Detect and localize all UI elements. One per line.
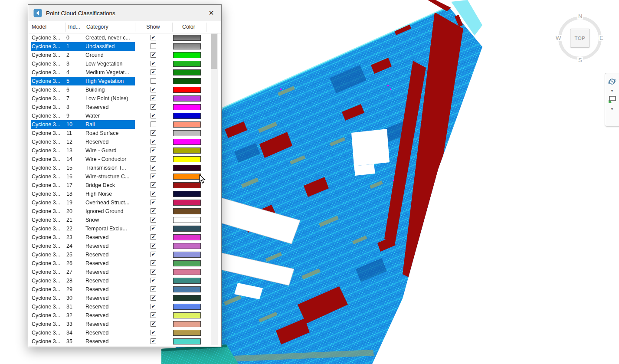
color-swatch[interactable] [173,286,201,292]
show-checkbox[interactable] [151,217,156,223]
row-main-cells[interactable]: Cyclone 3... 13 Wire - Guard [31,146,135,155]
row-main-cells[interactable]: Cyclone 3... 3 Low Vegetation [31,59,135,68]
column-header-show[interactable]: Show [135,21,171,33]
color-swatch[interactable] [173,321,201,327]
show-checkbox[interactable] [151,321,156,327]
classification-row[interactable]: Cyclone 3... 3 Low Vegetation [28,59,210,68]
row-main-cells[interactable]: Cyclone 3... 29 Reserved [31,285,135,294]
show-checkbox[interactable] [151,200,156,205]
show-checkbox[interactable] [151,338,156,344]
row-main-cells[interactable]: Cyclone 3... 16 Wire-structure C... [31,172,135,181]
row-main-cells[interactable]: Cyclone 3... 23 Reserved [31,233,135,242]
view-top-button[interactable]: TOP [570,29,590,48]
classification-row[interactable]: Cyclone 3... 1 Unclassified [28,42,210,51]
show-checkbox[interactable] [151,156,156,162]
color-swatch[interactable] [173,200,201,206]
show-checkbox[interactable] [151,243,156,249]
fit-view-dropdown[interactable]: ▼ [606,106,618,111]
color-swatch[interactable] [173,260,201,266]
row-main-cells[interactable]: Cyclone 3... 2 Ground [31,51,135,59]
color-swatch[interactable] [173,165,201,171]
row-main-cells[interactable]: Cyclone 3... 25 Reserved [31,250,135,259]
row-main-cells[interactable]: Cyclone 3... 1 Unclassified [31,42,135,51]
dialog-titlebar[interactable]: Point Cloud Classifications ✕ [28,5,221,21]
classification-row[interactable]: Cyclone 3... 31 Reserved [28,302,210,311]
color-swatch[interactable] [173,252,201,258]
color-swatch[interactable] [173,139,201,145]
classification-row[interactable]: Cyclone 3... 13 Wire - Guard [28,146,210,155]
classification-row[interactable]: Cyclone 3... 27 Reserved [28,268,210,276]
color-swatch[interactable] [173,35,201,41]
color-swatch[interactable] [173,208,201,214]
classification-row[interactable]: Cyclone 3... 30 Reserved [28,294,210,302]
color-swatch[interactable] [173,304,201,310]
show-checkbox[interactable] [151,191,156,197]
row-main-cells[interactable]: Cyclone 3... 19 Overhead Struct... [31,198,135,207]
color-swatch[interactable] [173,338,201,344]
color-swatch[interactable] [173,113,201,119]
show-checkbox[interactable] [151,295,156,301]
show-checkbox[interactable] [151,269,156,275]
show-checkbox[interactable] [151,87,156,92]
show-checkbox[interactable] [151,104,156,110]
color-swatch[interactable] [173,52,201,58]
color-swatch[interactable] [173,269,201,275]
row-main-cells[interactable]: Cyclone 3... 8 Reserved [31,103,135,111]
show-checkbox[interactable] [151,330,156,335]
classification-row[interactable]: Cyclone 3... 18 High Noise [28,190,210,198]
orbit-tool-dropdown[interactable]: ▼ [606,88,618,93]
row-main-cells[interactable]: Cyclone 3... 4 Medium Vegetat... [31,68,135,77]
classification-row[interactable]: Cyclone 3... 29 Reserved [28,285,210,294]
classification-row[interactable]: Cyclone 3... 17 Bridge Deck [28,181,210,190]
color-swatch[interactable] [173,174,201,180]
classification-row[interactable]: Cyclone 3... 12 Reserved [28,138,210,146]
column-header-index[interactable]: Ind... [68,21,80,33]
row-main-cells[interactable]: Cyclone 3... 7 Low Point (Noise) [31,94,135,103]
show-checkbox[interactable] [151,260,156,266]
show-checkbox[interactable] [151,226,156,231]
row-main-cells[interactable]: Cyclone 3... 27 Reserved [31,268,135,276]
row-main-cells[interactable]: Cyclone 3... 10 Rail [31,120,135,129]
column-header-category[interactable]: Category [86,21,108,33]
color-swatch[interactable] [173,95,201,102]
close-button[interactable]: ✕ [201,5,221,21]
color-swatch[interactable] [173,87,201,93]
row-main-cells[interactable]: Cyclone 3... 9 Water [31,111,135,120]
classification-row[interactable]: Cyclone 3... 4 Medium Vegetat... [28,68,210,77]
classification-row[interactable]: Cyclone 3... 21 Snow [28,216,210,224]
row-main-cells[interactable]: Cyclone 3... 5 High Vegetation [31,77,135,85]
row-main-cells[interactable]: Cyclone 3... 14 Wire - Conductor [31,155,135,164]
color-swatch[interactable] [173,43,201,49]
classification-row[interactable]: Cyclone 3... 33 Reserved [28,320,210,328]
color-swatch[interactable] [173,226,201,232]
color-swatch[interactable] [173,78,201,84]
show-checkbox[interactable] [151,304,156,309]
show-checkbox[interactable] [151,208,156,214]
show-checkbox[interactable] [151,121,156,127]
row-main-cells[interactable]: Cyclone 3... 17 Bridge Deck [31,181,135,190]
classification-row[interactable]: Cyclone 3... 34 Reserved [28,328,210,337]
row-main-cells[interactable]: Cyclone 3... 31 Reserved [31,302,135,311]
show-checkbox[interactable] [151,312,156,318]
classification-row[interactable]: Cyclone 3... 23 Reserved [28,233,210,242]
classification-row[interactable]: Cyclone 3... 0 Created, never c... [28,33,210,42]
classification-row[interactable]: Cyclone 3... 15 Transmission T... [28,164,210,172]
color-swatch[interactable] [173,312,201,318]
classification-row[interactable]: Cyclone 3... 20 Ignored Ground [28,207,210,216]
classification-row[interactable]: Cyclone 3... 28 Reserved [28,276,210,285]
color-swatch[interactable] [173,191,201,197]
row-main-cells[interactable]: Cyclone 3... 6 Building [31,85,135,94]
compass-west-label[interactable]: W [555,35,562,41]
row-main-cells[interactable]: Cyclone 3... 33 Reserved [31,320,135,328]
show-checkbox[interactable] [151,165,156,171]
show-checkbox[interactable] [151,35,156,40]
row-main-cells[interactable]: Cyclone 3... 22 Temporal Exclu... [31,224,135,233]
row-main-cells[interactable]: Cyclone 3... 0 Created, never c... [31,33,135,42]
color-swatch[interactable] [173,243,201,249]
classification-row[interactable]: Cyclone 3... 19 Overhead Struct... [28,198,210,207]
color-swatch[interactable] [173,182,201,188]
classification-row[interactable]: Cyclone 3... 8 Reserved [28,103,210,111]
color-swatch[interactable] [173,330,201,336]
show-checkbox[interactable] [151,148,156,153]
row-main-cells[interactable]: Cyclone 3... 18 High Noise [31,190,135,198]
